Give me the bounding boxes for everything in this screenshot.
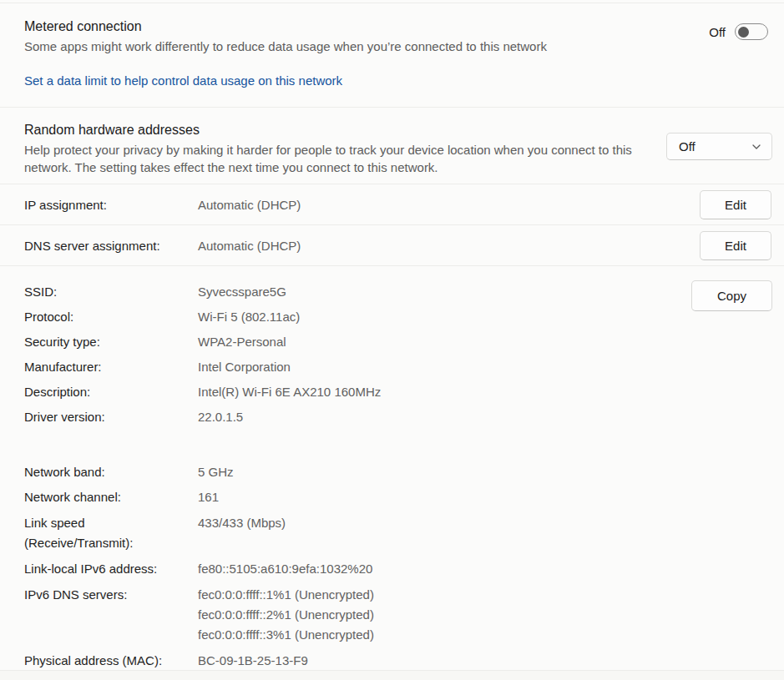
property-row-network-band: Network band: 5 GHz [24, 460, 667, 485]
set-data-limit-link[interactable]: Set a data limit to help control data us… [24, 73, 342, 88]
toggle-knob [738, 27, 749, 38]
dns-assignment-row: DNS server assignment: Automatic (DHCP) … [0, 225, 784, 266]
ip-assignment-label: IP assignment: [24, 198, 183, 212]
property-value: 433/433 (Mbps) [198, 513, 667, 533]
ip-assignment-row: IP assignment: Automatic (DHCP) Edit [0, 184, 784, 225]
property-value: WPA2-Personal [198, 330, 667, 355]
dns-assignment-edit-button[interactable]: Edit [700, 231, 771, 260]
metered-connection-description: Some apps might work differently to redu… [24, 38, 634, 55]
property-row-manufacturer: Manufacturer: Intel Corporation [24, 355, 667, 380]
property-value: Intel(R) Wi-Fi 6E AX210 160MHz [198, 380, 667, 405]
ip-assignment-value: Automatic (DHCP) [198, 198, 700, 212]
property-row-description: Description: Intel(R) Wi-Fi 6E AX210 160… [24, 380, 667, 405]
property-label: Security type: [24, 330, 183, 355]
toggle-state-label: Off [709, 25, 726, 39]
ip-assignment-edit-button[interactable]: Edit [700, 190, 771, 219]
property-row-physical-address: Physical address (MAC): BC-09-1B-25-13-F… [24, 648, 667, 673]
property-label: Driver version: [24, 405, 183, 430]
property-label: Description: [24, 380, 183, 405]
copy-properties-button[interactable]: Copy [691, 280, 772, 311]
property-label: Network band: [24, 460, 183, 485]
property-label: Protocol: [24, 305, 183, 330]
random-hardware-dropdown[interactable]: Off [666, 133, 772, 160]
property-value: 5 GHz [198, 460, 667, 485]
property-label: Network channel: [24, 485, 183, 510]
dns-assignment-value: Automatic (DHCP) [198, 239, 700, 253]
property-row-network-channel: Network channel: 161 [24, 485, 667, 510]
property-row-driver-version: Driver version: 22.0.1.5 [24, 405, 667, 430]
property-label: IPv6 DNS servers: [24, 585, 183, 605]
ipv6-dns-line: fec0:0:0:ffff::3%1 (Unencrypted) [198, 625, 667, 645]
random-hardware-card: Random hardware addresses Help protect y… [0, 108, 784, 184]
dropdown-selected-value: Off [679, 139, 751, 154]
chevron-down-icon [751, 142, 761, 152]
property-value: BC-09-1B-25-13-F9 [198, 648, 667, 673]
metered-connection-title: Metered connection [24, 18, 634, 36]
property-value: 22.0.1.5 [198, 405, 667, 430]
network-properties-card: Copy SSID: Syvecsspare5G Protocol: Wi-Fi… [0, 266, 784, 671]
dns-assignment-label: DNS server assignment: [24, 239, 183, 253]
property-row-link-local-ipv6: Link-local IPv6 address: fe80::5105:a610… [24, 557, 667, 582]
wifi-network-properties-page: Metered connection Some apps might work … [0, 0, 784, 680]
property-value: Syvecsspare5G [198, 280, 667, 305]
random-hardware-title: Random hardware addresses [24, 121, 634, 139]
property-value: Wi-Fi 5 (802.11ac) [198, 305, 667, 330]
property-value: 161 [198, 485, 667, 510]
property-value: fe80::5105:a610:9efa:1032%20 [198, 557, 667, 582]
property-value: Intel Corporation [198, 355, 667, 380]
ipv6-dns-line: fec0:0:0:ffff::1%1 (Unencrypted) [198, 585, 667, 605]
property-label: Link-local IPv6 address: [24, 557, 183, 582]
metered-connection-toggle[interactable] [735, 23, 768, 40]
property-value-lines: fec0:0:0:ffff::1%1 (Unencrypted) fec0:0:… [198, 585, 667, 645]
property-group-spacer [24, 430, 667, 460]
property-row-security-type: Security type: WPA2-Personal [24, 330, 667, 355]
property-label: SSID: [24, 280, 183, 305]
property-row-ipv6-dns-servers: IPv6 DNS servers: fec0:0:0:ffff::1%1 (Un… [24, 582, 667, 648]
metered-connection-card: Metered connection Some apps might work … [0, 3, 784, 108]
property-label: Manufacturer: [24, 355, 183, 380]
property-row-protocol: Protocol: Wi-Fi 5 (802.11ac) [24, 305, 667, 330]
ipv6-dns-line: fec0:0:0:ffff::2%1 (Unencrypted) [198, 605, 667, 625]
property-row-link-speed: Link speed (Receive/Transmit): 433/433 (… [24, 510, 667, 557]
property-label: Physical address (MAC): [24, 648, 183, 673]
property-label: Link speed (Receive/Transmit): [24, 513, 183, 553]
metered-toggle-area: Off [709, 23, 768, 40]
property-row-ssid: SSID: Syvecsspare5G [24, 280, 667, 305]
random-hardware-description: Help protect your privacy by making it h… [24, 141, 634, 176]
